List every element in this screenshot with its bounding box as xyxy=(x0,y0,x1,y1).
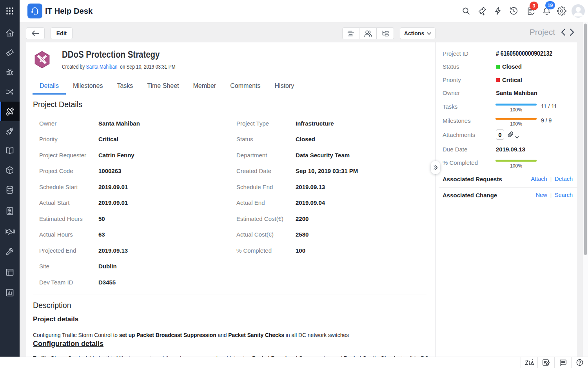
add-ticket-icon[interactable] xyxy=(474,3,490,19)
scrollbar-thumb[interactable] xyxy=(584,24,587,255)
user-avatar[interactable] xyxy=(572,4,585,18)
sidebar-item-purchases[interactable] xyxy=(0,201,20,221)
details-grid: OwnerSanta Mahiban Project TypeInfrastru… xyxy=(26,115,426,290)
status-color-swatch xyxy=(496,65,500,69)
attachments-count-box[interactable]: 0 xyxy=(496,129,504,140)
sidebar-item-problems[interactable] xyxy=(0,62,20,82)
milestones-progress-percent: 100% xyxy=(495,121,537,127)
left-nav-rail xyxy=(0,0,20,357)
details-row: OwnerSanta Mahiban Project TypeInfrastru… xyxy=(26,115,426,131)
apps-grid-icon[interactable] xyxy=(0,2,20,20)
tasks-count: 11 / 11 xyxy=(541,103,557,109)
quick-actions-icon[interactable] xyxy=(490,3,506,19)
record-type-label: Project xyxy=(530,27,555,37)
sidebar-item-solutions[interactable] xyxy=(0,141,20,160)
description-paragraph-1: Configuring Traffic Storm Control to set… xyxy=(33,332,349,338)
status-value: Closed xyxy=(496,63,522,70)
next-record-button[interactable] xyxy=(570,28,575,36)
field-value: Critical xyxy=(98,136,118,142)
attachments-dropdown-icon[interactable] xyxy=(515,133,519,140)
tree-view-icon xyxy=(381,30,389,37)
tab-comments[interactable]: Comments xyxy=(223,78,267,94)
desc-text: Packet Broadcast Suppression xyxy=(136,332,216,338)
sidebar-item-assets[interactable] xyxy=(0,160,20,180)
database-icon xyxy=(5,185,15,195)
field-label: Actual Cost(€) xyxy=(236,231,274,238)
description-subheading-2: Configuration details xyxy=(33,340,103,348)
sidebar-item-releases[interactable] xyxy=(0,121,20,141)
collapse-panel-button[interactable] xyxy=(431,161,440,174)
field-label: Schedule End xyxy=(236,184,273,190)
completed-progress-percent: 100% xyxy=(495,163,537,169)
field-label: Estimated Cost(€) xyxy=(236,215,283,222)
back-button[interactable] xyxy=(26,27,45,39)
detach-link[interactable]: Detach xyxy=(555,176,573,182)
approvals-badge: 3 xyxy=(530,2,538,10)
search-link[interactable]: Search xyxy=(555,192,573,198)
created-by-prefix: Created by xyxy=(62,64,85,70)
sidebar-item-home[interactable] xyxy=(0,23,20,43)
sidebar-item-reports[interactable] xyxy=(0,283,20,302)
desc-text: and xyxy=(216,332,229,338)
details-row: Estimated Hours50 Estimated Cost(€)2200 xyxy=(26,211,426,227)
details-row: Project RequesterCatrin Fenny Department… xyxy=(26,147,426,163)
handshake-icon xyxy=(4,226,15,237)
sidebar-item-dashboard[interactable] xyxy=(0,262,20,282)
panel-divider xyxy=(439,172,577,172)
paperclip-icon[interactable] xyxy=(507,131,514,140)
project-tabs: Details Milestones Tasks Time Sheet Memb… xyxy=(33,78,426,94)
search-icon[interactable] xyxy=(458,3,474,19)
tab-details[interactable]: Details xyxy=(33,78,66,94)
chat-button[interactable] xyxy=(554,357,571,368)
tab-milestones[interactable]: Milestones xyxy=(66,78,110,94)
members-view-button[interactable] xyxy=(359,27,377,39)
tab-time-sheet[interactable]: Time Sheet xyxy=(140,78,186,94)
summary-label: Status xyxy=(443,63,459,70)
history-icon[interactable] xyxy=(506,3,521,19)
field-label: Actual End xyxy=(236,199,265,206)
previous-record-button[interactable] xyxy=(561,28,566,36)
attach-link[interactable]: Attach xyxy=(531,176,547,182)
home-icon xyxy=(5,28,15,38)
sidebar-item-contracts[interactable] xyxy=(0,222,20,241)
edit-button[interactable]: Edit xyxy=(51,27,73,39)
app-logo[interactable] xyxy=(27,4,42,18)
project-detail-card: DDoS Protection Strategy Created by Sant… xyxy=(26,42,435,357)
ticket-icon xyxy=(5,47,15,58)
new-link[interactable]: New xyxy=(536,192,547,198)
field-value: Santa Mahiban xyxy=(98,120,140,127)
tree-view-button[interactable] xyxy=(377,27,394,39)
sidebar-item-changes[interactable] xyxy=(0,82,20,102)
created-by-line: Created by Santa Mahiban on Sep 10, 2019… xyxy=(62,64,176,70)
gantt-view-button[interactable] xyxy=(342,27,359,39)
toolbar: Edit xyxy=(20,22,588,42)
field-label: Created Date xyxy=(236,168,271,174)
project-id-value: # 61605000000902132 xyxy=(496,50,552,57)
description-section-title: Description xyxy=(33,301,71,310)
sidebar-item-cmdb[interactable] xyxy=(0,180,20,200)
zia-assistant-button[interactable] xyxy=(521,357,537,368)
status-text: Closed xyxy=(502,63,522,70)
summary-label: Project ID xyxy=(443,50,468,57)
details-section-title: Project Details xyxy=(33,100,82,109)
help-button[interactable] xyxy=(571,357,588,368)
tab-history[interactable]: History xyxy=(268,78,301,94)
created-by-user-link[interactable]: Santa Mahiban xyxy=(86,64,117,70)
milestones-count: 9 / 9 xyxy=(541,117,552,124)
footer-bar xyxy=(0,357,588,368)
notifications-badge: 19 xyxy=(545,1,555,9)
sidebar-item-admin[interactable] xyxy=(0,242,20,262)
settings-icon[interactable] xyxy=(554,3,570,19)
actions-label: Actions xyxy=(404,30,424,36)
headset-icon xyxy=(30,6,40,16)
sidebar-item-requests[interactable] xyxy=(0,43,20,62)
feedback-button[interactable] xyxy=(537,357,554,368)
tab-tasks[interactable]: Tasks xyxy=(110,78,140,94)
actions-button[interactable]: Actions xyxy=(400,27,436,39)
record-navigator: Project xyxy=(530,22,575,42)
sidebar-item-projects[interactable] xyxy=(0,102,20,121)
field-label: Schedule Start xyxy=(39,184,78,190)
field-value: 2200 xyxy=(296,215,309,222)
panel-divider xyxy=(439,203,577,203)
tab-member[interactable]: Member xyxy=(186,78,223,94)
